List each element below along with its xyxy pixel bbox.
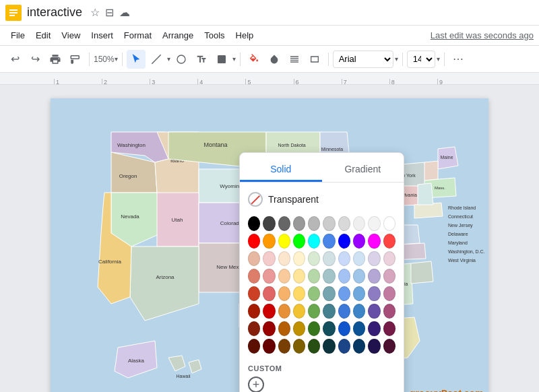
menu-tools[interactable]: Tools [199, 28, 230, 43]
tab-gradient[interactable]: Gradient [322, 158, 404, 182]
color-swatch[interactable] [293, 251, 305, 266]
color-swatch[interactable] [248, 269, 260, 284]
select-tool-button[interactable] [127, 50, 146, 69]
color-swatch[interactable] [308, 251, 320, 266]
color-swatch[interactable] [263, 269, 275, 284]
color-swatch[interactable] [263, 286, 275, 301]
color-swatch[interactable] [278, 286, 290, 301]
color-swatch[interactable] [368, 304, 380, 319]
color-swatch[interactable] [323, 304, 335, 319]
menu-file[interactable]: File [5, 28, 30, 43]
color-swatch[interactable] [293, 321, 305, 336]
menu-view[interactable]: View [56, 28, 86, 43]
print-button[interactable] [46, 50, 65, 69]
more-options-button[interactable]: ⋯ [449, 50, 468, 69]
color-swatch[interactable] [368, 251, 380, 266]
color-swatch[interactable] [353, 234, 365, 249]
font-size-selector[interactable]: 14 [407, 51, 435, 68]
color-swatch[interactable] [278, 321, 290, 336]
color-swatch[interactable] [278, 269, 290, 284]
size-arrow[interactable]: ▾ [437, 55, 440, 63]
color-swatch[interactable] [248, 251, 260, 266]
line-tool-button[interactable] [147, 50, 166, 69]
color-swatch[interactable] [293, 339, 305, 354]
color-swatch[interactable] [383, 216, 395, 231]
color-swatch[interactable] [338, 269, 350, 284]
color-swatch[interactable] [338, 304, 350, 319]
color-swatch[interactable] [248, 339, 260, 354]
color-swatch[interactable] [383, 304, 395, 319]
color-swatch[interactable] [353, 339, 365, 354]
cloud-icon[interactable]: ☁ [119, 6, 130, 19]
drive-icon[interactable]: ⊟ [105, 6, 114, 19]
menu-edit[interactable]: Edit [30, 28, 56, 43]
color-swatch[interactable] [278, 251, 290, 266]
color-swatch[interactable] [293, 216, 305, 231]
star-icon[interactable]: ☆ [90, 6, 100, 19]
color-swatch[interactable] [368, 216, 380, 231]
image-tool-button[interactable] [212, 50, 231, 69]
color-swatch[interactable] [353, 304, 365, 319]
color-swatch[interactable] [323, 216, 335, 231]
color-swatch[interactable] [368, 321, 380, 336]
color-swatch[interactable] [263, 234, 275, 249]
color-swatch[interactable] [368, 269, 380, 284]
color-swatch[interactable] [323, 339, 335, 354]
color-swatch[interactable] [323, 234, 335, 249]
color-swatch[interactable] [323, 251, 335, 266]
menu-arrange[interactable]: Arrange [157, 28, 199, 43]
menu-help[interactable]: Help [230, 28, 259, 43]
color-swatch[interactable] [368, 286, 380, 301]
color-swatch[interactable] [263, 216, 275, 231]
color-swatch[interactable] [353, 251, 365, 266]
shape-tool-button[interactable] [172, 50, 191, 69]
color-swatch[interactable] [383, 339, 395, 354]
border-style-button[interactable] [285, 50, 304, 69]
color-swatch[interactable] [323, 286, 335, 301]
color-swatch[interactable] [323, 321, 335, 336]
color-swatch[interactable] [278, 304, 290, 319]
color-swatch[interactable] [383, 251, 395, 266]
doc-title[interactable]: interactive [27, 5, 82, 20]
tab-solid[interactable]: Solid [240, 158, 322, 182]
add-custom-color-button[interactable]: + [248, 377, 264, 392]
color-swatch[interactable] [353, 216, 365, 231]
zoom-dropdown[interactable]: 150% ▾ [94, 55, 118, 64]
color-swatch[interactable] [308, 286, 320, 301]
canvas-area[interactable]: Washington Oregon Idaho Montana [0, 85, 539, 392]
color-swatch[interactable] [383, 269, 395, 284]
color-swatch[interactable] [263, 251, 275, 266]
fill-color-button[interactable] [245, 50, 263, 69]
image-arrow[interactable]: ▾ [232, 55, 236, 63]
color-swatch[interactable] [293, 286, 305, 301]
color-swatch[interactable] [353, 321, 365, 336]
color-swatch[interactable] [368, 339, 380, 354]
color-swatch[interactable] [338, 234, 350, 249]
color-swatch[interactable] [248, 321, 260, 336]
color-swatch[interactable] [353, 269, 365, 284]
color-swatch[interactable] [248, 234, 260, 249]
color-swatch[interactable] [248, 216, 260, 231]
color-swatch[interactable] [383, 286, 395, 301]
transparent-option[interactable]: Transparent [240, 188, 404, 211]
color-swatch[interactable] [263, 339, 275, 354]
color-swatch[interactable] [308, 234, 320, 249]
color-swatch[interactable] [278, 339, 290, 354]
color-swatch[interactable] [263, 304, 275, 319]
color-swatch[interactable] [383, 234, 395, 249]
menu-format[interactable]: Format [119, 28, 157, 43]
color-swatch[interactable] [353, 286, 365, 301]
paint-format-button[interactable] [66, 50, 85, 69]
color-swatch[interactable] [308, 304, 320, 319]
color-swatch[interactable] [308, 216, 320, 231]
color-swatch[interactable] [278, 234, 290, 249]
color-swatch[interactable] [263, 321, 275, 336]
text-tool-button[interactable] [192, 50, 211, 69]
line-arrow[interactable]: ▾ [167, 55, 170, 63]
color-swatch[interactable] [293, 304, 305, 319]
font-arrow[interactable]: ▾ [395, 55, 398, 63]
color-swatch[interactable] [293, 234, 305, 249]
color-swatch[interactable] [248, 304, 260, 319]
color-swatch[interactable] [278, 216, 290, 231]
color-swatch[interactable] [383, 321, 395, 336]
